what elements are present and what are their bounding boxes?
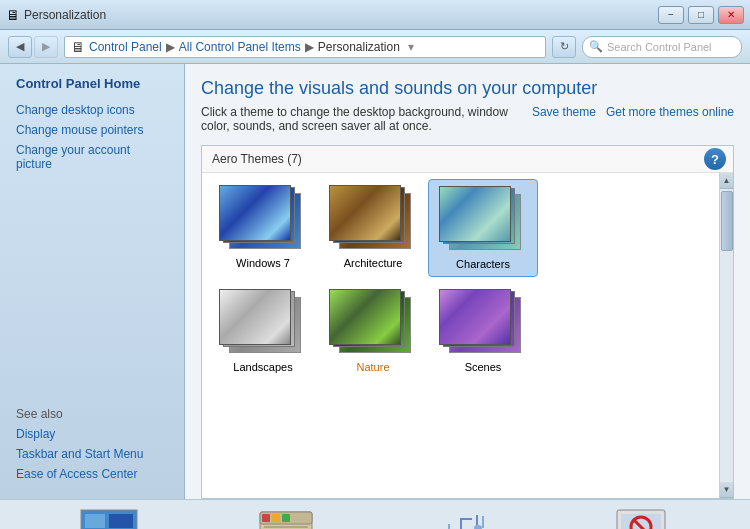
content-subtitle: Click a theme to change the desktop back… — [201, 105, 524, 133]
path-dropdown[interactable]: ▾ — [408, 40, 414, 54]
scrollbar[interactable]: ▲ ▼ — [719, 173, 733, 498]
sidebar-link-mouse-pointers[interactable]: Change mouse pointers — [16, 123, 168, 137]
search-box[interactable]: 🔍 Search Control Panel — [582, 36, 742, 58]
path-current: Personalization — [318, 40, 400, 54]
window-color-icon — [256, 508, 316, 530]
search-icon: 🔍 — [589, 40, 603, 53]
theme-arch-label: Architecture — [344, 257, 403, 269]
address-bar: ◀ ▶ 🖥 Control Panel ▶ All Control Panel … — [0, 30, 750, 64]
bottom-item-screensaver[interactable]: Screen Saver None — [576, 506, 706, 530]
themes-row-1: Windows 7 Architecture — [208, 179, 713, 277]
color-icon-area — [254, 506, 318, 530]
sounds-icon-area — [432, 506, 496, 530]
theme-win7-label: Windows 7 — [236, 257, 290, 269]
refresh-button[interactable]: ↻ — [552, 36, 576, 58]
minimize-button[interactable]: − — [658, 6, 684, 24]
svg-rect-20 — [482, 516, 484, 528]
sounds-icon — [434, 508, 494, 530]
themes-grid: Windows 7 Architecture — [202, 173, 719, 498]
close-button[interactable]: ✕ — [718, 6, 744, 24]
content-heading: Change the visuals and sounds on your co… — [201, 78, 734, 99]
sidebar: Control Panel Home Change desktop icons … — [0, 64, 185, 499]
theme-nature[interactable]: Nature — [318, 283, 428, 379]
theme-land-preview — [219, 289, 307, 357]
svg-rect-8 — [262, 514, 270, 522]
sidebar-title[interactable]: Control Panel Home — [16, 76, 168, 91]
bottom-item-color[interactable]: Window Color Taupe — [221, 506, 351, 530]
bg-icon-area — [77, 506, 141, 530]
sidebar-link-desktop-icons[interactable]: Change desktop icons — [16, 103, 168, 117]
see-also-label: See also — [16, 407, 168, 421]
themes-scroll-area: Windows 7 Architecture — [202, 173, 733, 498]
title-bar-left: 🖥 Personalization — [6, 7, 106, 23]
save-theme-link[interactable]: Save theme — [532, 105, 596, 119]
back-button[interactable]: ◀ — [8, 36, 32, 58]
sidebar-link-display[interactable]: Display — [16, 427, 168, 441]
search-placeholder: Search Control Panel — [607, 41, 712, 53]
forward-button[interactable]: ▶ — [34, 36, 58, 58]
desktop-background-icon — [79, 508, 139, 530]
theme-nature-preview — [329, 289, 417, 357]
theme-scenes-label: Scenes — [465, 361, 502, 373]
theme-win7[interactable]: Windows 7 — [208, 179, 318, 277]
theme-chars-preview — [439, 186, 527, 254]
theme-land[interactable]: Landscapes — [208, 283, 318, 379]
sidebar-link-account-picture[interactable]: Change your account picture — [16, 143, 168, 171]
svg-rect-1 — [85, 514, 105, 528]
main-layout: Control Panel Home Change desktop icons … — [0, 64, 750, 499]
breadcrumb-icon: 🖥 — [71, 39, 85, 55]
themes-container: Aero Themes (7) Windows 7 — [201, 145, 734, 499]
help-button[interactable]: ? — [704, 148, 726, 170]
svg-rect-10 — [282, 514, 290, 522]
bottom-item-sounds[interactable]: Sounds Characters — [399, 506, 529, 530]
sidebar-spacer — [16, 177, 168, 407]
themes-row-2: Landscapes Nature — [208, 283, 713, 379]
maximize-button[interactable]: □ — [688, 6, 714, 24]
svg-rect-21 — [448, 524, 450, 530]
theme-land-label: Landscapes — [233, 361, 292, 373]
theme-nature-label: Nature — [356, 361, 389, 373]
theme-arch[interactable]: Architecture — [318, 179, 428, 277]
svg-rect-2 — [109, 514, 133, 528]
path-control-panel[interactable]: Control Panel — [89, 40, 162, 54]
svg-point-19 — [474, 525, 482, 530]
sidebar-link-ease-access[interactable]: Ease of Access Center — [16, 467, 168, 481]
screensaver-icon-area — [609, 506, 673, 530]
title-bar: 🖥 Personalization − □ ✕ — [0, 0, 750, 30]
window-icon: 🖥 — [6, 7, 20, 23]
scroll-up-button[interactable]: ▲ — [720, 173, 734, 189]
themes-section-header: Aero Themes (7) — [202, 146, 733, 173]
svg-rect-9 — [272, 514, 280, 522]
svg-rect-16 — [460, 518, 472, 520]
sidebar-link-taskbar[interactable]: Taskbar and Start Menu — [16, 447, 168, 461]
theme-chars[interactable]: Characters — [428, 179, 538, 277]
content-area: ? Change the visuals and sounds on your … — [185, 64, 750, 499]
theme-win7-preview — [219, 185, 307, 253]
theme-scenes[interactable]: Scenes — [428, 283, 538, 379]
theme-arch-preview — [329, 185, 417, 253]
bottom-item-bg[interactable]: Desktop Background Slide Show — [44, 506, 174, 530]
svg-rect-11 — [264, 526, 308, 528]
scroll-track-area — [720, 189, 733, 482]
scroll-thumb[interactable] — [721, 191, 733, 251]
scroll-down-button[interactable]: ▼ — [720, 482, 734, 498]
path-all-items[interactable]: All Control Panel Items — [179, 40, 301, 54]
nav-buttons: ◀ ▶ — [8, 36, 58, 58]
theme-chars-label: Characters — [456, 258, 510, 270]
address-path[interactable]: 🖥 Control Panel ▶ All Control Panel Item… — [64, 36, 546, 58]
bottom-bar: Desktop Background Slide Show Window Col… — [0, 499, 750, 529]
theme-scenes-preview — [439, 289, 527, 357]
more-themes-link[interactable]: Get more themes online — [606, 105, 734, 119]
screensaver-icon — [611, 508, 671, 530]
window-title: Personalization — [24, 8, 106, 22]
